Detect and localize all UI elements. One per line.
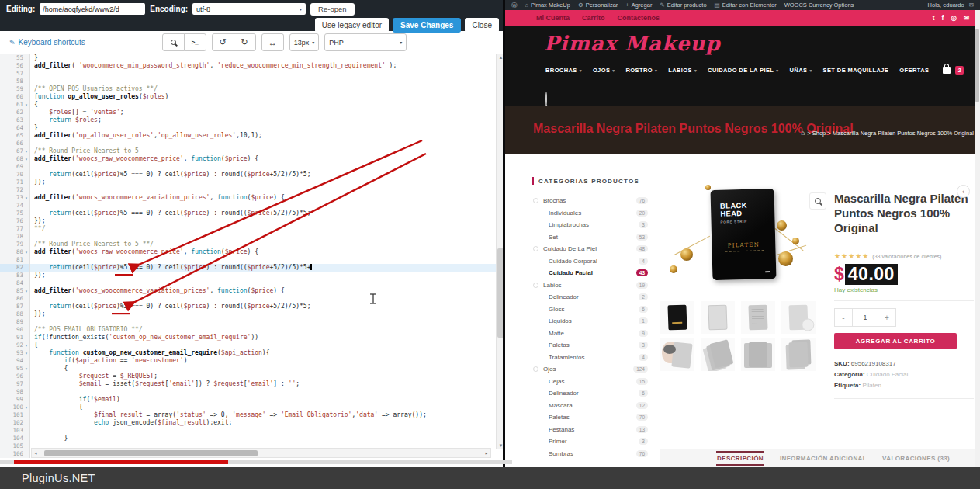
code-line[interactable]: 99 if(!$email) [0, 396, 505, 404]
topbar-link[interactable]: Contactenos [618, 14, 660, 22]
category-item[interactable]: Limpiabrochas3 [532, 219, 648, 231]
admin-bar-item[interactable]: Ⓦ [511, 2, 518, 9]
code-line[interactable]: 81 [0, 256, 505, 264]
category-item[interactable]: Ojos124 [532, 363, 648, 376]
code-line[interactable]: 79/** Round Price Nearest to 5 **/ [0, 241, 505, 248]
category-item[interactable]: Cuidado Corporal4 [532, 255, 648, 268]
category-item[interactable]: Individuales20 [532, 207, 648, 220]
code-line[interactable]: 76}); [0, 217, 505, 225]
code-line[interactable]: 58 [0, 78, 505, 85]
topbar-link[interactable]: Mi Cuenta [536, 14, 570, 22]
site-logo[interactable]: Pimax Makeup [544, 32, 721, 55]
word-wrap-button[interactable]: ↔ [261, 33, 284, 51]
code-line[interactable]: 72 [0, 186, 505, 194]
keyboard-shortcuts-link[interactable]: ✎ Keyboard shortcuts [9, 38, 85, 47]
code-line[interactable]: 64} [0, 124, 505, 132]
code-line[interactable]: 78 [0, 233, 505, 241]
category-item[interactable]: Matte9 [532, 328, 648, 340]
thumbnail-sachet-stack[interactable] [701, 338, 735, 371]
code-line[interactable]: 100▾ { [0, 404, 505, 411]
code-line[interactable]: 104 } [0, 435, 505, 442]
code-line[interactable]: 66 [0, 140, 505, 147]
thumbnail-sachet-single[interactable] [701, 301, 735, 334]
admin-bar-item[interactable]: ▤Editar con Elementor [715, 2, 777, 9]
rating-count-link[interactable]: (33 valoraciones de clientes) [872, 254, 941, 259]
category-item[interactable]: Cuidado De La Piel48 [532, 243, 648, 255]
product-main-image[interactable]: BLACK HEAD PORE STRIP PILATEN [660, 180, 829, 292]
code-line[interactable]: 88}); [0, 310, 505, 318]
code-line[interactable]: 94 if($api_action == 'new-customer') [0, 357, 505, 365]
code-line[interactable]: 67▾/** Round Price Nearest to 5 [0, 147, 505, 155]
admin-bar-account[interactable]: Hola, eduardo✉ [928, 2, 974, 9]
code-line[interactable]: 68▾add_filter('woocs_raw_woocommerce_pri… [0, 155, 505, 163]
facebook-icon[interactable]: f [942, 14, 944, 22]
code-line[interactable]: 63 return $roles; [0, 116, 505, 124]
code-line[interactable]: 82 return(ceil($price)%5 === 0) ? ceil($… [0, 264, 505, 272]
category-item[interactable]: Delineador2 [532, 291, 648, 303]
nav-item[interactable]: OJOS▾ [593, 67, 615, 74]
nav-item[interactable]: SET DE MAQUILLAJE [823, 67, 889, 74]
category-item[interactable]: Delineador6 [532, 387, 648, 400]
code-area[interactable]: 55}56add_filter( 'woocommerce_min_passwo… [0, 54, 505, 467]
instagram-icon[interactable]: ◎ [951, 14, 956, 22]
browser-scrollbar[interactable] [975, 10, 980, 467]
thumbnail-sachet-trio[interactable] [781, 338, 816, 371]
code-line[interactable]: 96 $request = $_REQUEST; [0, 373, 505, 380]
thumbnail-model-face-mask[interactable] [660, 338, 694, 371]
file-path-input[interactable] [40, 3, 145, 15]
undo-button[interactable]: ↺ [212, 33, 234, 51]
code-line[interactable]: 91if(!function_exists('custom_op_new_cus… [0, 334, 505, 342]
code-line[interactable]: 85▾add_filter('woocs_woocommerce_variati… [0, 287, 505, 295]
zoom-button[interactable] [809, 192, 826, 210]
category-item[interactable]: Labios19 [532, 279, 648, 292]
code-line[interactable]: 86 [0, 295, 505, 303]
save-changes-button[interactable]: Save Changes [393, 18, 461, 33]
tag-link[interactable]: Pilaten [862, 382, 881, 389]
code-line[interactable]: 69 [0, 163, 505, 171]
code-line[interactable]: 74 [0, 202, 505, 210]
language-dropdown[interactable]: PHP ▾ [324, 33, 407, 51]
prev-product-button[interactable]: ‹ [957, 185, 970, 198]
code-line[interactable]: 73▾add_filter('woocs_woocommerce_variati… [0, 194, 505, 202]
scrollbar-thumb[interactable] [44, 450, 258, 456]
category-link[interactable]: Cuidado Facial [867, 371, 908, 378]
encoding-select[interactable]: utf-8 ▾ [192, 3, 306, 15]
close-button[interactable]: Close [465, 18, 499, 33]
breadcrumb[interactable]: ⌂ > Shop > Mascarilla Negra Pilaten Punt… [801, 129, 974, 137]
code-line[interactable]: 77**/ [0, 225, 505, 233]
category-item[interactable]: Pestañas13 [532, 424, 648, 436]
qty-minus-button[interactable]: - [834, 308, 853, 327]
tab-descripci-n[interactable]: DESCRIPCIÓN [716, 451, 764, 466]
category-item[interactable]: Brochas76 [532, 195, 648, 207]
code-line[interactable]: 75 return(ceil($price)%5 === 0) ? ceil($… [0, 210, 505, 217]
code-line[interactable]: 95▾ { [0, 365, 505, 373]
qty-plus-button[interactable]: + [878, 308, 896, 327]
category-item[interactable]: Liquidos1 [532, 315, 648, 328]
rating-stars[interactable]: ★★★★★ [834, 252, 869, 260]
scroll-right-icon[interactable]: ▸ [483, 450, 490, 456]
nav-item[interactable]: OFERTAS [899, 67, 929, 74]
code-line[interactable]: 98 [0, 388, 505, 396]
code-line[interactable]: 59/** OPEN POS Usuarios activos **/ [0, 85, 505, 93]
category-item[interactable]: Sombras76 [532, 448, 648, 460]
admin-bar-item[interactable]: ⚙Personalizar [578, 2, 618, 9]
search-button[interactable] [162, 33, 185, 51]
scroll-left-icon[interactable]: ◂ [32, 450, 40, 456]
reopen-button[interactable]: Re-open [310, 3, 354, 16]
category-item[interactable]: Cuidado Facial43 [532, 267, 648, 279]
video-progress-bar[interactable] [0, 460, 512, 464]
code-line[interactable]: 56add_filter( 'woocommerce_min_password_… [0, 62, 505, 70]
scrollbar-thumb[interactable] [975, 29, 979, 102]
font-size-dropdown[interactable]: 13px ▾ [289, 33, 320, 51]
category-item[interactable]: Paletas3 [532, 339, 648, 352]
category-item[interactable]: Primer3 [532, 435, 648, 448]
code-line[interactable]: 55} [0, 54, 505, 62]
code-line[interactable]: 70 return(ceil($price)%5 === 0) ? ceil($… [0, 171, 505, 179]
category-item[interactable]: Paletas70 [532, 411, 648, 424]
code-line[interactable]: 103 [0, 427, 505, 435]
cart-button[interactable]: 2 [940, 66, 964, 75]
nav-item[interactable]: UÑAS▾ [790, 67, 812, 74]
thumbnail-sachet-with-cream[interactable] [781, 301, 816, 334]
category-item[interactable]: Tratamientos4 [532, 352, 648, 364]
redo-button[interactable]: ↻ [234, 33, 256, 51]
